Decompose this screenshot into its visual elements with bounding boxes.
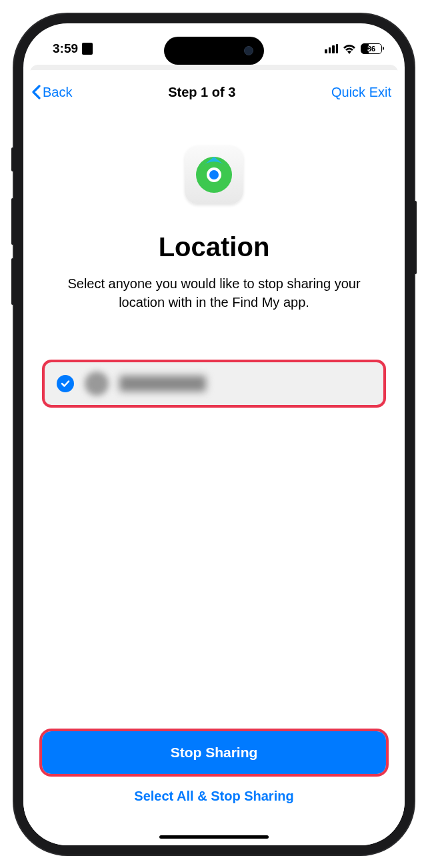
- cellular-signal-icon: [325, 44, 338, 53]
- bottom-actions: Stop Sharing Select All & Stop Sharing: [23, 731, 405, 845]
- status-left: 3:59: [53, 41, 93, 56]
- dynamic-island: [164, 37, 264, 65]
- battery-icon: 36: [361, 43, 382, 54]
- home-indicator[interactable]: [159, 835, 269, 839]
- status-time: 3:59: [53, 41, 78, 56]
- findmy-app-icon: [185, 145, 243, 204]
- person-row[interactable]: [42, 360, 386, 408]
- phone-side-buttons-left: [11, 147, 14, 318]
- status-right: 36: [325, 43, 382, 54]
- page-title: Location: [159, 232, 270, 262]
- battery-percent: 36: [367, 45, 375, 53]
- quick-exit-button[interactable]: Quick Exit: [331, 85, 391, 100]
- phone-frame: 3:59 36: [14, 14, 414, 855]
- sheet-content: Back Step 1 of 3 Quick Exit Location Sel…: [23, 70, 405, 845]
- svg-point-2: [209, 170, 219, 179]
- back-label: Back: [43, 85, 72, 100]
- nav-title: Step 1 of 3: [168, 85, 235, 100]
- front-camera: [244, 46, 253, 55]
- checkmark-icon: [61, 379, 70, 388]
- person-list: [42, 360, 386, 408]
- nav-bar: Back Step 1 of 3 Quick Exit: [23, 70, 405, 113]
- select-all-stop-sharing-button[interactable]: Select All & Stop Sharing: [42, 774, 386, 819]
- page-description: Select anyone you would like to stop sha…: [42, 274, 386, 312]
- person-avatar: [85, 372, 109, 396]
- checkbox-checked[interactable]: [57, 375, 74, 392]
- chevron-left-icon: [31, 85, 41, 99]
- findmy-icon: [194, 155, 234, 195]
- portrait-lock-icon: [82, 43, 93, 55]
- person-name-redacted: [119, 376, 206, 392]
- back-button[interactable]: Back: [31, 85, 72, 100]
- phone-side-button-right: [414, 201, 417, 274]
- stop-sharing-button[interactable]: Stop Sharing: [42, 731, 386, 774]
- screen: 3:59 36: [23, 23, 405, 845]
- main-content: Location Select anyone you would like to…: [23, 113, 405, 731]
- wifi-icon: [343, 43, 356, 54]
